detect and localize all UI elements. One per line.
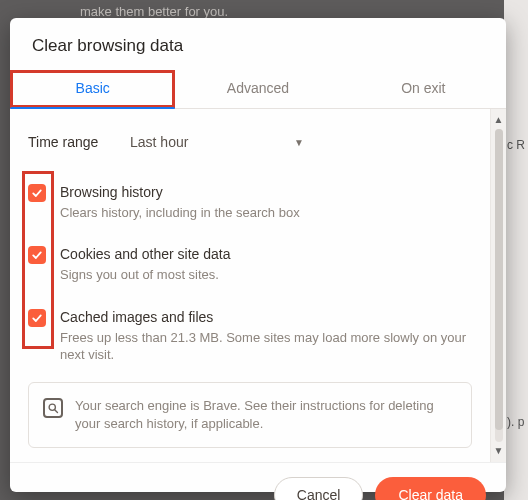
background-snippet: make them better for you. xyxy=(80,4,228,19)
option-title: Cookies and other site data xyxy=(60,245,230,264)
option-desc: Frees up less than 21.3 MB. Some sites m… xyxy=(60,329,472,364)
option-desc: Clears history, including in the search … xyxy=(60,204,300,222)
checkbox-cookies[interactable] xyxy=(28,246,46,264)
checkbox-list: Browsing history Clears history, includi… xyxy=(28,177,472,364)
scroll-up-icon[interactable]: ▲ xyxy=(494,115,504,125)
checkbox-browsing-history[interactable] xyxy=(28,184,46,202)
dialog-title: Clear browsing data xyxy=(10,18,506,70)
checkbox-cached[interactable] xyxy=(28,309,46,327)
option-cached: Cached images and files Frees up less th… xyxy=(28,308,472,364)
dialog-tabs: Basic Advanced On exit xyxy=(10,70,506,109)
time-range-row: Time range Last hour xyxy=(28,125,472,159)
option-browsing-history: Browsing history Clears history, includi… xyxy=(28,183,472,221)
search-engine-notice: Your search engine is Brave. See their i… xyxy=(28,382,472,448)
scroll-area: Time range Last hour Browsing history Cl… xyxy=(10,109,490,462)
option-cookies: Cookies and other site data Signs you ou… xyxy=(28,245,472,283)
option-title: Cached images and files xyxy=(60,308,472,327)
option-text: Browsing history Clears history, includi… xyxy=(60,183,300,221)
checkmark-icon xyxy=(31,312,43,324)
background-side-panel: c R ). p xyxy=(504,0,528,500)
option-title: Browsing history xyxy=(60,183,300,202)
checkmark-icon xyxy=(31,249,43,261)
bg-side-text-1: c R xyxy=(507,138,525,152)
tab-advanced[interactable]: Advanced xyxy=(175,70,340,108)
dialog-footer: Cancel Clear data xyxy=(10,462,506,500)
svg-line-1 xyxy=(55,410,58,413)
notice-text: Your search engine is Brave. See their i… xyxy=(75,397,457,433)
bg-side-text-2: ). p xyxy=(507,415,524,429)
tab-on-exit[interactable]: On exit xyxy=(341,70,506,108)
cancel-button[interactable]: Cancel xyxy=(274,477,364,500)
clear-data-button[interactable]: Clear data xyxy=(375,477,486,500)
option-text: Cookies and other site data Signs you ou… xyxy=(60,245,230,283)
tab-basic[interactable]: Basic xyxy=(10,70,175,108)
option-text: Cached images and files Frees up less th… xyxy=(60,308,472,364)
vertical-scrollbar[interactable]: ▲ ▼ xyxy=(490,109,506,462)
checkmark-icon xyxy=(31,187,43,199)
dialog-body: Time range Last hour Browsing history Cl… xyxy=(10,109,506,462)
scroll-down-icon[interactable]: ▼ xyxy=(494,446,504,456)
scroll-track[interactable] xyxy=(495,129,503,442)
time-range-select[interactable]: Last hour xyxy=(118,125,318,159)
option-desc: Signs you out of most sites. xyxy=(60,266,230,284)
time-range-label: Time range xyxy=(28,134,118,150)
clear-browsing-data-dialog: Clear browsing data Basic Advanced On ex… xyxy=(10,18,506,492)
scroll-thumb[interactable] xyxy=(495,129,503,430)
search-icon xyxy=(43,398,63,418)
